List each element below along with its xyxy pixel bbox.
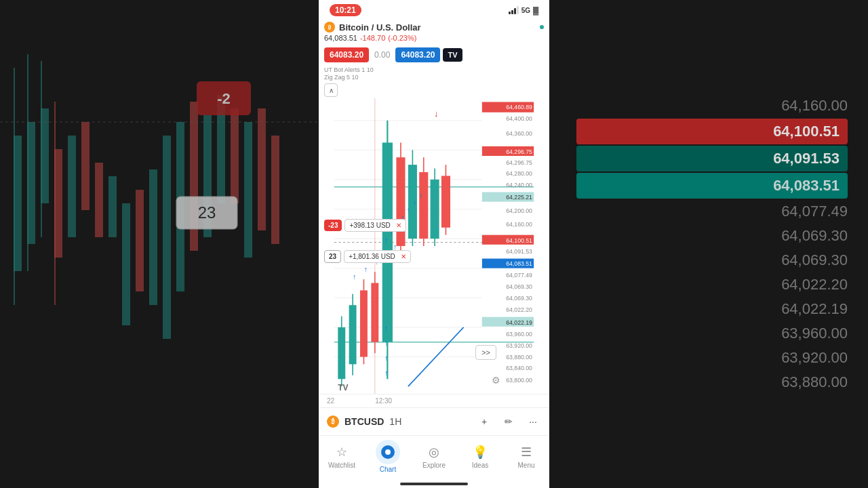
svg-rect-20 xyxy=(231,108,239,203)
price-change: -148.70 xyxy=(360,34,385,42)
bg-right-panel: 64,160.00 64,100.51 64,091.53 64,083.51 … xyxy=(549,0,868,488)
price-main: 64,083.51 xyxy=(324,34,357,42)
nav-item-watchlist[interactable]: ☆ Watchlist xyxy=(319,444,365,469)
status-icons: 5G ▓ xyxy=(509,6,538,14)
svg-text:64,083.51: 64,083.51 xyxy=(506,260,532,267)
svg-text:64,280.00: 64,280.00 xyxy=(506,170,532,177)
symbol-row: ₿ Bitcoin / U.S. Dollar xyxy=(324,22,544,33)
svg-rect-21 xyxy=(244,122,252,258)
signal-icon xyxy=(509,6,519,14)
indicator1-label: UT Bot Alerts 1 10 xyxy=(324,66,544,73)
price-change-pct: (-0.23%) xyxy=(388,34,416,42)
bg-left-panel: -2 23 xyxy=(0,0,319,488)
svg-text:64,460.89: 64,460.89 xyxy=(506,104,532,110)
ob-row: 64,069.30 xyxy=(576,249,848,272)
explore-icon: ◎ xyxy=(426,444,442,460)
ob-row: 64,022.20 xyxy=(576,273,848,296)
nav-item-ideas[interactable]: 💡 Ideas xyxy=(457,444,503,469)
svg-rect-5 xyxy=(41,61,42,237)
annotation-box-2: 23 +1,801.36 USD ✕ xyxy=(324,250,411,263)
indicator2-label: Zig Zag 5 10 xyxy=(324,74,544,81)
chart-footer: 22 12:30 xyxy=(319,394,549,407)
svg-text:-2: -2 xyxy=(217,90,231,107)
expand-button[interactable]: >> xyxy=(475,345,496,360)
symbol-bar-actions: + ✏ ··· xyxy=(476,413,541,430)
nav-item-explore[interactable]: ◎ Explore xyxy=(411,444,457,469)
annotation-box-1: -23 +398.13 USD ✕ xyxy=(324,219,406,232)
nav-item-menu[interactable]: ☰ Menu xyxy=(503,444,549,469)
annotation-val-1: +398.13 USD ✕ xyxy=(344,219,406,232)
svg-text:↑: ↑ xyxy=(384,339,388,347)
network-label: 5G xyxy=(521,7,530,14)
svg-text:23: 23 xyxy=(198,203,216,222)
bg-left-candles: -2 23 xyxy=(0,0,319,488)
nav-label-explore: Explore xyxy=(422,462,446,469)
svg-text:↑: ↑ xyxy=(363,265,367,273)
tag-zero: 0.00 xyxy=(372,47,393,62)
more-button[interactable]: ··· xyxy=(525,413,541,430)
chart-settings-icon[interactable]: ⚙ xyxy=(492,375,500,386)
svg-text:↑: ↑ xyxy=(384,236,388,244)
time-label-2: 12:30 xyxy=(375,397,392,405)
symbol-bar-timeframe[interactable]: 1H xyxy=(389,416,401,427)
orderbook-bg: 64,160.00 64,100.51 64,091.53 64,083.51 … xyxy=(563,0,861,488)
nav-label-chart: Chart xyxy=(380,466,396,473)
svg-text:64,100.51: 64,100.51 xyxy=(506,237,532,244)
chart-header: ₿ Bitcoin / U.S. Dollar 64,083.51 -148.7… xyxy=(319,19,549,45)
symbol-bar-ticker[interactable]: BTCUSD xyxy=(344,416,384,427)
svg-text:↓: ↓ xyxy=(434,108,439,119)
chart-svg: ↑ ↑ ↑ ↑ ↑ ↑ ↑ ↑ ↑ ↑ ↑ ↑ ↑ ↑ ↑ ↑ TV ↓ xyxy=(319,98,549,394)
add-button[interactable]: + xyxy=(476,413,492,430)
svg-text:64,069.30: 64,069.30 xyxy=(506,283,532,290)
annotation-num-1: -23 xyxy=(324,220,342,231)
annotation-val-2: +1,801.36 USD ✕ xyxy=(344,250,411,263)
svg-text:64,360.00: 64,360.00 xyxy=(506,130,532,137)
home-bar xyxy=(400,483,468,485)
tag-blue-price[interactable]: 64083.20 xyxy=(395,47,440,62)
svg-rect-15 xyxy=(163,136,171,339)
status-bar: 10:21 5G ▓ xyxy=(319,0,549,19)
svg-rect-3 xyxy=(27,54,28,271)
draw-button[interactable]: ✏ xyxy=(500,413,517,430)
time-label-1: 22 xyxy=(327,397,334,405)
svg-text:64,160.00: 64,160.00 xyxy=(506,221,532,228)
close-annotation-1[interactable]: ✕ xyxy=(396,222,401,229)
svg-text:63,880.00: 63,880.00 xyxy=(506,354,532,361)
ob-row: 64,077.49 xyxy=(576,200,848,223)
svg-rect-12 xyxy=(122,203,130,325)
time-labels: 22 12:30 xyxy=(327,397,392,405)
collapse-button[interactable]: ∧ xyxy=(324,83,338,97)
ob-row-green-highlight: 64,091.53 xyxy=(576,146,848,171)
price-row: 64,083.51 -148.70 (-0.23%) xyxy=(324,34,544,42)
svg-text:63,840.00: 63,840.00 xyxy=(506,365,532,371)
svg-text:↑: ↑ xyxy=(419,191,422,199)
svg-text:↑: ↑ xyxy=(412,199,416,207)
tag-red-price[interactable]: 64083.20 xyxy=(324,47,369,62)
svg-rect-13 xyxy=(136,190,144,291)
svg-rect-9 xyxy=(81,122,90,210)
svg-text:64,296.75: 64,296.75 xyxy=(506,159,532,166)
svg-rect-7 xyxy=(54,102,56,305)
ob-row-cyan-highlight: 64,083.51 xyxy=(576,173,848,199)
close-annotation-2[interactable]: ✕ xyxy=(401,253,406,260)
symbol-name: Bitcoin / U.S. Dollar xyxy=(339,22,421,33)
btc-icon: ₿ xyxy=(324,22,335,33)
chart-nav-icon xyxy=(376,440,400,464)
svg-text:64,091.53: 64,091.53 xyxy=(506,248,532,255)
nav-item-chart[interactable]: Chart xyxy=(365,440,411,473)
svg-text:64,400.00: 64,400.00 xyxy=(506,115,532,122)
ob-row: 63,960.00 xyxy=(576,322,848,345)
svg-text:TV: TV xyxy=(338,383,348,392)
home-indicator xyxy=(319,479,549,488)
price-tags: 64083.20 0.00 64083.20 TV xyxy=(319,45,549,65)
nav-label-menu: Menu xyxy=(517,462,534,469)
status-time: 10:21 xyxy=(330,4,361,16)
svg-text:64,296.75: 64,296.75 xyxy=(506,148,532,155)
svg-text:64,022.20: 64,022.20 xyxy=(506,306,532,313)
chart-canvas[interactable]: ↑ ↑ ↑ ↑ ↑ ↑ ↑ ↑ ↑ ↑ ↑ ↑ ↑ ↑ ↑ ↑ TV ↓ xyxy=(319,98,549,394)
svg-rect-11 xyxy=(108,176,117,237)
nav-label-ideas: Ideas xyxy=(472,462,488,469)
ob-row: 64,069.30 xyxy=(576,224,848,247)
svg-text:63,960.00: 63,960.00 xyxy=(506,331,532,338)
annotation-num-2: 23 xyxy=(324,250,341,263)
